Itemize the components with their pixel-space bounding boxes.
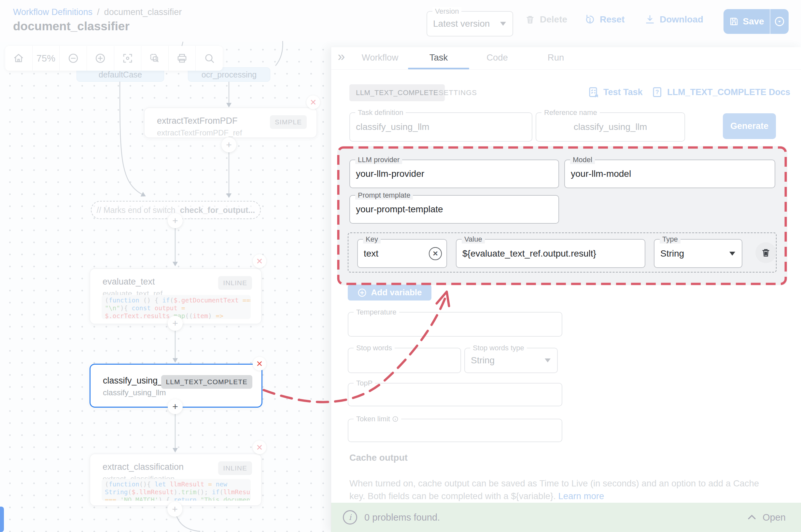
save-icon (729, 17, 739, 26)
task-docs-link[interactable]: ? LLM_TEXT_COMPLETE Docs (651, 86, 790, 98)
collapse-panel-button[interactable]: » (338, 49, 345, 64)
generate-button[interactable]: Generate (723, 113, 776, 139)
chevron-down-icon (545, 359, 551, 362)
add-variable-button[interactable]: Add variable (348, 285, 432, 301)
add-task-button[interactable]: + (168, 399, 183, 414)
prompt-variable-row: Key text ✕ Value ${evaluate_text_ref.out… (348, 232, 777, 272)
stop-words-field[interactable]: Stop words (348, 348, 461, 373)
delete-label: Delete (540, 14, 567, 25)
node-title: extractTextFromPDF (157, 116, 238, 126)
task-definition-field[interactable]: Task definition classify_using_llm (349, 112, 532, 141)
info-icon (392, 416, 399, 422)
token-limit-label-text: Token limit (356, 415, 390, 423)
canvas-toolbar: 75% (5, 46, 223, 71)
prompt-template-label: Prompt template (355, 191, 413, 200)
node-title: evaluate_text (102, 277, 155, 287)
search-icon (204, 52, 215, 64)
token-limit-field[interactable]: Token limit (348, 419, 562, 442)
llm-provider-label: LLM provider (355, 156, 402, 164)
zoom-in-button[interactable] (87, 46, 114, 71)
node-type-badge: LLM_TEXT_COMPLETE (161, 375, 252, 389)
topp-field[interactable]: TopP (348, 383, 562, 406)
variable-type-select[interactable]: Type String (654, 239, 742, 268)
tab-code[interactable]: Code (487, 52, 508, 63)
tab-task[interactable]: Task (430, 52, 448, 63)
temperature-field[interactable]: Temperature (348, 312, 562, 337)
add-task-button[interactable]: + (168, 316, 183, 331)
add-task-button[interactable]: + (167, 502, 182, 517)
switch-end-comment: // Marks end of switch (97, 206, 175, 215)
variable-key-field[interactable]: Key text ✕ (357, 239, 447, 268)
switch-end-name: check_for_output... (180, 206, 255, 215)
tab-settings[interactable]: SETTINGS (439, 89, 477, 97)
remove-node-button[interactable]: ✕ (253, 254, 266, 268)
case-label-text: ocr_processing (202, 70, 257, 79)
task-definition-label: Task definition (355, 109, 406, 117)
tab-run[interactable]: Run (548, 52, 564, 63)
save-button-main[interactable]: Save (724, 9, 770, 34)
reset-button[interactable]: Reset (585, 14, 625, 25)
topp-label: TopP (354, 379, 375, 387)
breadcrumb: Workflow Definitions / document_classifi… (13, 7, 182, 17)
add-task-button[interactable]: + (222, 137, 236, 152)
remove-node-button[interactable]: ✕ (253, 440, 266, 454)
model-field[interactable]: Model your-llm-model (564, 159, 775, 188)
breadcrumb-current: document_classifier (104, 7, 182, 17)
panel-tabs: » Workflow Task Code Run (331, 47, 801, 70)
print-button[interactable] (169, 46, 196, 71)
trash-icon (761, 247, 771, 258)
zoom-out-button[interactable] (60, 46, 87, 71)
select-mode-button[interactable] (141, 46, 169, 71)
stop-words-type-select[interactable]: Stop words type String (464, 348, 558, 373)
stop-words-type-value: String (471, 355, 495, 366)
tab-workflow[interactable]: Workflow (362, 52, 399, 63)
prompt-template-field[interactable]: Prompt template your-prompt-template (349, 195, 559, 224)
home-button[interactable] (5, 46, 33, 71)
download-button[interactable]: Download (645, 14, 703, 25)
node-type-badge: INLINE (218, 276, 252, 290)
test-task-button[interactable]: Test Task (588, 86, 643, 98)
node-reference: classify_using_llm (103, 388, 166, 397)
delete-variable-button[interactable] (756, 242, 776, 263)
variable-type-label: Type (660, 235, 681, 244)
task-config-panel: » Workflow Task Code Run LLM_TEXT_COMPLE… (331, 47, 801, 532)
variable-value-field[interactable]: Value ${evaluate_text_ref.output.result} (456, 239, 645, 268)
llm-provider-field[interactable]: LLM provider your-llm-provider (349, 159, 559, 188)
variable-key-label: Key (363, 235, 381, 244)
breadcrumb-separator: / (97, 7, 100, 17)
variable-value-label: Value (462, 235, 485, 244)
fit-view-button[interactable] (114, 46, 141, 71)
zoom-level: 75% (33, 46, 60, 71)
docs-icon: ? (651, 86, 663, 98)
open-problems-button[interactable]: Open (746, 512, 786, 523)
variable-value-value: ${evaluate_text_ref.output.result} (462, 248, 596, 259)
node-title: extract_classification (102, 462, 184, 472)
node-extracttextfrompdf[interactable]: extractTextFromPDF extractTextFromPDF_re… (144, 108, 317, 138)
zoom-out-icon (68, 52, 79, 64)
prompt-template-value: your-prompt-template (356, 204, 443, 214)
cache-output-title: Cache output (349, 453, 408, 463)
generate-label: Generate (730, 121, 768, 131)
learn-more-link[interactable]: Learn more (558, 491, 604, 501)
remove-node-button[interactable]: ✕ (253, 357, 266, 370)
download-icon (645, 14, 655, 25)
node-extract-classification[interactable]: extract_classification extract_classific… (90, 454, 262, 506)
search-button[interactable] (196, 46, 223, 71)
reference-name-field[interactable]: Reference name classify_using_llm (536, 112, 685, 141)
zoom-level-text: 75% (36, 53, 55, 64)
plus-circle-icon (357, 288, 367, 298)
variable-key-value: text (364, 248, 378, 259)
tab-task-type[interactable]: LLM_TEXT_COMPLETE (349, 84, 445, 101)
save-dropdown-button[interactable] (770, 9, 789, 34)
clear-key-icon[interactable]: ✕ (429, 247, 442, 260)
docs-label: LLM_TEXT_COMPLETE Docs (667, 87, 790, 97)
breadcrumb-link[interactable]: Workflow Definitions (13, 7, 93, 17)
remove-node-button[interactable]: ✕ (306, 95, 320, 109)
version-select[interactable]: Version Latest version (426, 11, 513, 36)
add-task-button[interactable]: + (168, 213, 183, 228)
code-preview: (function(){ let llmResult = new String(… (101, 479, 251, 501)
save-button[interactable]: Save (724, 9, 789, 34)
chevron-down-circle-icon (774, 16, 785, 27)
delete-button[interactable]: Delete (525, 14, 567, 25)
open-label: Open (763, 512, 786, 523)
